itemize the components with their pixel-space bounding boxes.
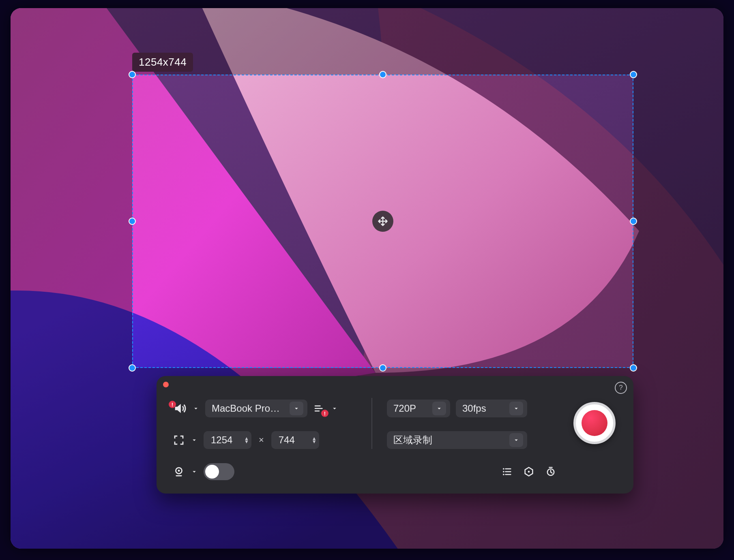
microphone-chevron[interactable] bbox=[331, 405, 338, 412]
height-stepper[interactable]: ▲▼ bbox=[312, 437, 317, 443]
width-input[interactable] bbox=[210, 434, 241, 446]
help-icon: ? bbox=[619, 384, 622, 392]
resize-handle-se[interactable] bbox=[630, 364, 637, 372]
record-button[interactable] bbox=[573, 402, 616, 444]
resize-handle-nw[interactable] bbox=[129, 71, 136, 78]
audio-source-chevron[interactable] bbox=[192, 405, 200, 412]
chevron-down-icon bbox=[432, 402, 446, 415]
audio-source-dropdown[interactable]: MacBook Pro… bbox=[205, 400, 307, 417]
height-input-wrapper: ▲▼ bbox=[271, 431, 319, 449]
framerate-dropdown[interactable]: 30fps bbox=[456, 400, 527, 417]
dim-overlay-right bbox=[633, 75, 723, 368]
framerate-label: 30fps bbox=[462, 403, 505, 414]
svg-point-4 bbox=[503, 471, 504, 472]
resolution-label: 720P bbox=[393, 403, 428, 414]
record-mode-dropdown[interactable]: 区域录制 bbox=[387, 431, 527, 449]
resize-handle-ne[interactable] bbox=[630, 71, 637, 78]
chevron-down-icon bbox=[290, 402, 303, 415]
dimension-separator: × bbox=[257, 435, 266, 445]
help-button[interactable]: ? bbox=[615, 382, 627, 394]
settings-button[interactable] bbox=[523, 466, 534, 477]
resolution-dropdown[interactable]: 720P bbox=[387, 400, 450, 417]
resize-handle-e[interactable] bbox=[630, 218, 637, 225]
width-stepper[interactable]: ▲▼ bbox=[244, 437, 249, 443]
resize-handle-w[interactable] bbox=[129, 218, 136, 225]
webcam-toggle[interactable] bbox=[204, 463, 234, 480]
dim-overlay-top bbox=[11, 8, 723, 75]
alert-badge-icon: ! bbox=[321, 410, 328, 417]
chevron-down-icon bbox=[509, 402, 523, 415]
webcam-icon bbox=[173, 466, 185, 478]
svg-point-7 bbox=[528, 471, 530, 473]
recorder-toolbar: ? ! MacBook Pro… bbox=[157, 376, 633, 494]
webcam-chevron[interactable] bbox=[191, 468, 198, 475]
svg-point-5 bbox=[503, 474, 504, 475]
height-input[interactable] bbox=[278, 434, 309, 446]
list-button[interactable] bbox=[501, 466, 513, 477]
chevron-down-icon bbox=[509, 433, 523, 447]
fullscreen-icon bbox=[173, 434, 185, 446]
resize-handle-s[interactable] bbox=[379, 364, 386, 372]
selection-dimensions-badge: 1254x744 bbox=[132, 53, 193, 72]
width-input-wrapper: ▲▼ bbox=[204, 431, 251, 449]
move-icon bbox=[377, 216, 388, 227]
audio-source-label: MacBook Pro… bbox=[212, 403, 285, 414]
close-button[interactable] bbox=[163, 382, 169, 387]
timer-button[interactable] bbox=[545, 466, 556, 477]
toggle-knob bbox=[205, 465, 219, 479]
svg-point-2 bbox=[178, 470, 180, 472]
move-handle[interactable] bbox=[372, 211, 393, 232]
resize-handle-sw[interactable] bbox=[129, 364, 136, 372]
record-mode-label: 区域录制 bbox=[393, 434, 505, 447]
record-icon bbox=[582, 410, 607, 436]
desktop-window: 1254x744 ? ! bbox=[11, 8, 723, 549]
dim-overlay-left bbox=[11, 75, 132, 368]
area-mode-chevron[interactable] bbox=[191, 436, 198, 444]
svg-point-3 bbox=[503, 468, 504, 470]
alert-badge-icon: ! bbox=[169, 401, 176, 408]
resize-handle-n[interactable] bbox=[379, 71, 386, 78]
